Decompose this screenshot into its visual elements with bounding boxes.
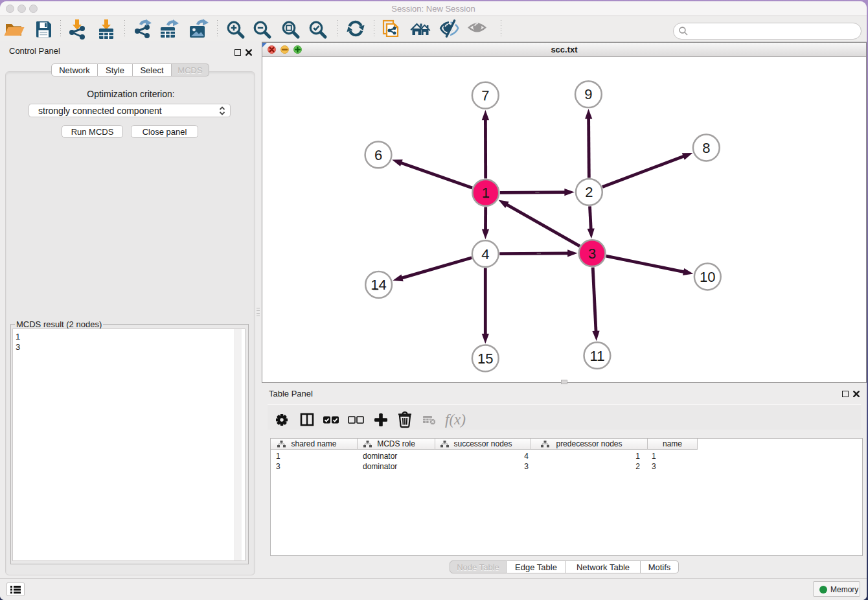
svg-text:6: 6: [374, 147, 382, 163]
svg-text:15: 15: [477, 351, 493, 367]
svg-text:2: 2: [585, 184, 593, 200]
svg-text:1: 1: [482, 185, 490, 201]
svg-text:14: 14: [371, 277, 386, 293]
svg-text:f(x): f(x): [445, 411, 466, 428]
svg-text:9: 9: [584, 86, 592, 102]
svg-text:10: 10: [700, 269, 715, 285]
svg-text:4: 4: [481, 246, 489, 262]
svg-text:3: 3: [588, 246, 596, 262]
svg-text:8: 8: [702, 140, 710, 156]
svg-text:11: 11: [589, 348, 604, 364]
svg-text:7: 7: [481, 87, 489, 104]
